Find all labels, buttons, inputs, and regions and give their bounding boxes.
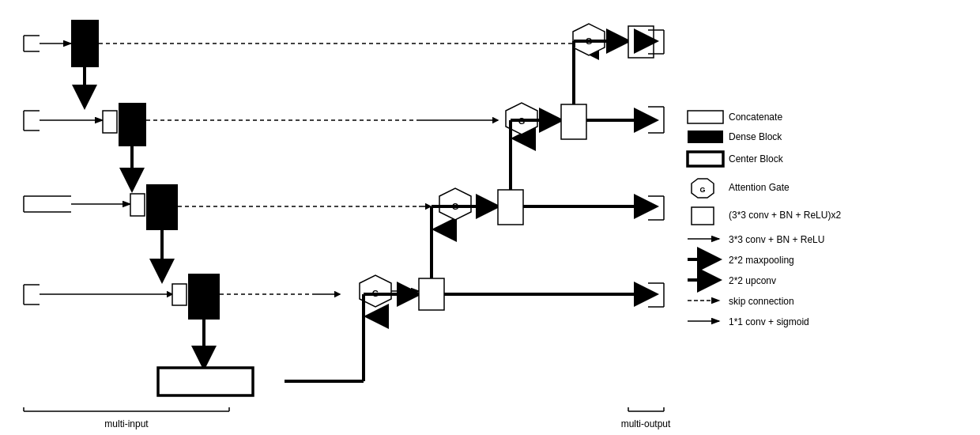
legend-center-block: Center Block <box>729 153 784 165</box>
legend-skip-connection: skip connection <box>729 296 794 307</box>
diagram-container: G G <box>0 0 980 435</box>
svg-rect-85 <box>692 207 714 225</box>
legend-thin-arrow: 3*3 conv + BN + ReLU <box>729 234 824 245</box>
svg-text:G: G <box>699 186 705 194</box>
legend-concatenate: Concatenate <box>729 112 782 123</box>
svg-rect-60 <box>561 104 586 139</box>
legend-conv-block: (3*3 conv + BN + ReLU)x2 <box>729 210 841 221</box>
svg-rect-82 <box>688 152 723 166</box>
svg-rect-81 <box>688 130 723 143</box>
multi-input-label: multi-input <box>104 418 149 429</box>
legend-upconv-arrow: 2*2 upconv <box>729 275 776 286</box>
svg-rect-80 <box>688 111 723 123</box>
svg-rect-18 <box>130 194 145 216</box>
svg-rect-49 <box>498 190 523 225</box>
svg-rect-27 <box>188 274 220 320</box>
svg-rect-10 <box>103 111 117 133</box>
legend-sigmoid-arrow: 1*1 conv + sigmoid <box>729 316 809 327</box>
legend-thick-arrow: 2*2 maxpooling <box>729 255 794 266</box>
svg-rect-19 <box>146 184 178 230</box>
svg-rect-30 <box>158 368 253 395</box>
svg-rect-38 <box>419 278 444 310</box>
svg-rect-11 <box>119 103 146 146</box>
svg-rect-71 <box>628 26 654 58</box>
svg-rect-4 <box>71 20 99 67</box>
legend-attention-gate: Attention Gate <box>729 182 790 193</box>
svg-rect-26 <box>172 284 187 305</box>
multi-output-label: multi-output <box>621 418 671 429</box>
legend-dense-block: Dense Block <box>729 131 782 142</box>
